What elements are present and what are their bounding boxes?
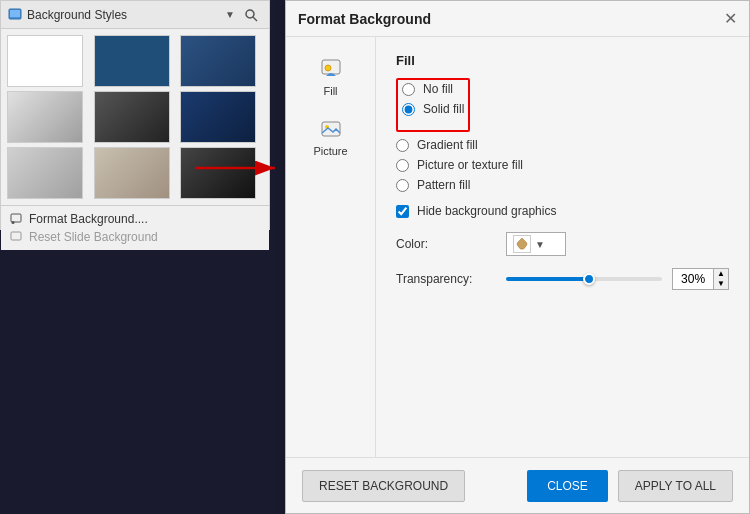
apply-to-all-button[interactable]: APPLY TO ALL	[618, 470, 733, 502]
fill-options-highlight: No fill Solid fill	[396, 78, 470, 132]
background-styles-icon	[7, 7, 23, 23]
picture-nav-label: Picture	[313, 145, 347, 157]
thumb-white[interactable]	[7, 35, 83, 87]
panel-header: Background Styles ▼	[1, 1, 269, 29]
transparency-slider-track	[506, 277, 662, 281]
color-dropdown-arrow: ▼	[535, 239, 545, 250]
svg-line-3	[253, 17, 257, 21]
svg-point-5	[12, 221, 15, 224]
picture-fill-option[interactable]: Picture or texture fill	[396, 158, 729, 172]
thumb-blue-dark[interactable]	[180, 91, 256, 143]
transparency-slider-thumb[interactable]	[583, 273, 595, 285]
transparency-label: Transparency:	[396, 272, 496, 286]
pattern-fill-option[interactable]: Pattern fill	[396, 178, 729, 192]
nav-picture-item[interactable]: Picture	[286, 109, 375, 165]
background-styles-panel: Background Styles ▼ Format Bac	[0, 0, 270, 230]
gradient-fill-label: Gradient fill	[417, 138, 478, 152]
picture-fill-radio[interactable]	[396, 159, 409, 172]
transparency-slider-container[interactable]	[506, 269, 662, 289]
no-fill-radio[interactable]	[402, 83, 415, 96]
dialog-title-bar: Format Background ✕	[286, 1, 749, 37]
fill-section-title: Fill	[396, 53, 729, 68]
solid-fill-label: Solid fill	[423, 102, 464, 116]
dialog-footer: RESET BACKGROUND CLOSE APPLY TO ALL	[286, 457, 749, 513]
picture-fill-label: Picture or texture fill	[417, 158, 523, 172]
gradient-fill-option[interactable]: Gradient fill	[396, 138, 729, 152]
no-fill-label: No fill	[423, 82, 453, 96]
color-swatch	[513, 235, 531, 253]
transparency-decrease-btn[interactable]: ▼	[714, 279, 728, 289]
fill-nav-label: Fill	[323, 85, 337, 97]
more-fill-options: Gradient fill Picture or texture fill Pa…	[396, 138, 729, 192]
format-background-item[interactable]: Format Background....	[9, 210, 261, 228]
gradient-fill-radio[interactable]	[396, 139, 409, 152]
hide-background-checkbox[interactable]	[396, 205, 409, 218]
svg-rect-6	[11, 232, 21, 240]
panel-title-label: Background Styles	[27, 8, 221, 22]
nav-fill-item[interactable]: Fill	[286, 49, 375, 105]
thumb-dark-gradient[interactable]	[94, 91, 170, 143]
svg-point-10	[325, 65, 331, 71]
transparency-increase-btn[interactable]: ▲	[714, 269, 728, 279]
svg-rect-4	[11, 214, 21, 222]
annotation-arrow	[195, 158, 285, 181]
transparency-text-input[interactable]	[673, 270, 713, 288]
color-label: Color:	[396, 237, 496, 251]
color-picker-button[interactable]: ▼	[506, 232, 566, 256]
reset-background-button[interactable]: RESET BACKGROUND	[302, 470, 465, 502]
format-background-dialog: Format Background ✕ Fill	[285, 0, 750, 514]
reset-slide-label: Reset Slide Background	[29, 230, 158, 244]
search-button[interactable]	[239, 3, 263, 27]
picture-nav-icon	[319, 117, 343, 141]
transparency-row: Transparency: ▲ ▼	[396, 268, 729, 290]
format-background-icon	[9, 212, 23, 226]
hide-background-label: Hide background graphics	[417, 204, 556, 218]
panel-dropdown-arrow[interactable]: ▼	[225, 9, 235, 20]
footer-right-buttons: CLOSE APPLY TO ALL	[527, 470, 733, 502]
reset-slide-icon	[9, 230, 23, 244]
format-background-label: Format Background....	[29, 212, 148, 226]
pattern-fill-label: Pattern fill	[417, 178, 470, 192]
thumb-warm-gray[interactable]	[94, 147, 170, 199]
color-row: Color: ▼	[396, 232, 729, 256]
reset-slide-item[interactable]: Reset Slide Background	[9, 228, 261, 246]
transparency-value-input: ▲ ▼	[672, 268, 729, 290]
thumb-gray-gradient[interactable]	[7, 91, 83, 143]
fill-radio-group: No fill Solid fill	[402, 82, 464, 116]
hide-background-wrapper: Hide background graphics	[396, 204, 729, 218]
dialog-title: Format Background	[298, 11, 431, 27]
svg-point-2	[246, 10, 254, 18]
fill-nav-icon	[319, 57, 343, 81]
panel-footer: Format Background.... Reset Slide Backgr…	[1, 205, 269, 250]
svg-rect-1	[10, 10, 20, 17]
dialog-body: Fill Picture Fill	[286, 37, 749, 457]
pattern-fill-radio[interactable]	[396, 179, 409, 192]
no-fill-option[interactable]: No fill	[402, 82, 464, 96]
dialog-close-x-button[interactable]: ✕	[724, 11, 737, 27]
solid-fill-option[interactable]: Solid fill	[402, 102, 464, 116]
hide-background-option[interactable]: Hide background graphics	[396, 204, 729, 218]
thumb-blue-solid[interactable]	[94, 35, 170, 87]
close-button[interactable]: CLOSE	[527, 470, 608, 502]
dialog-nav: Fill Picture	[286, 37, 376, 457]
solid-fill-radio[interactable]	[402, 103, 415, 116]
transparency-spinner: ▲ ▼	[713, 269, 728, 289]
dialog-content: Fill No fill Solid fill Grad	[376, 37, 749, 457]
svg-rect-11	[322, 122, 340, 136]
thumb-blue-gradient[interactable]	[180, 35, 256, 87]
thumb-light-gray[interactable]	[7, 147, 83, 199]
